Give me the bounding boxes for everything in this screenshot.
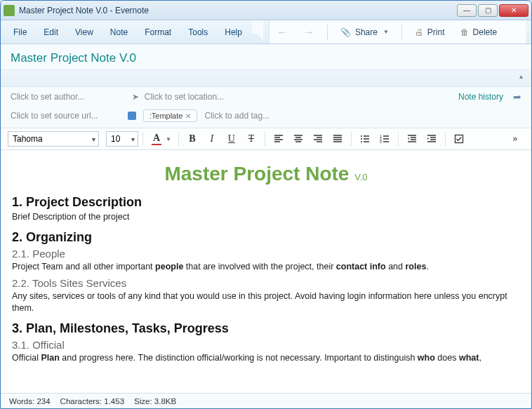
close-button[interactable]: ✕ <box>499 4 528 17</box>
align-right-button[interactable] <box>309 131 327 147</box>
remove-tag-icon[interactable]: ✕ <box>185 112 191 120</box>
section-2-1-heading: 2.1. People <box>12 248 520 260</box>
maximize-button[interactable]: ▢ <box>478 4 498 17</box>
metadata-row-1: Click to set author... ➤ Click to set lo… <box>1 87 531 107</box>
delete-button[interactable]: 🗑 Delete <box>458 26 500 39</box>
section-3-heading: 3. Plan, Milestones, Tasks, Progress <box>12 321 520 336</box>
body-version: V.0 <box>354 172 367 182</box>
section-3-1-text: Official Plan and progress here. The dis… <box>12 352 520 364</box>
toolbar-separator <box>327 25 328 40</box>
underline-button[interactable]: U <box>222 131 241 147</box>
section-2-heading: 2. Organizing <box>12 230 520 245</box>
collapse-bar: ▴ <box>1 70 531 87</box>
nav-back-button[interactable]: ← <box>274 26 291 39</box>
font-size-value: 10 <box>111 134 120 144</box>
trash-icon: 🗑 <box>460 27 469 37</box>
menubar-divider <box>252 20 263 44</box>
paperclip-icon: 📎 <box>340 27 351 37</box>
location-placeholder: Click to set location... <box>145 92 224 102</box>
app-icon <box>4 5 15 16</box>
menu-note[interactable]: Note <box>103 25 135 40</box>
menubar: File Edit View Note Format Tools Help ← … <box>1 20 531 44</box>
svg-point-2 <box>361 141 362 142</box>
share-forward-icon[interactable]: ➦ <box>513 91 521 102</box>
align-justify-button[interactable] <box>328 131 347 147</box>
section-2-2-heading: 2.2. Tools Sites Services <box>12 277 520 289</box>
nav-forward-button[interactable]: → <box>300 26 317 39</box>
note-editor[interactable]: Master Project Note V.0 1. Project Descr… <box>1 150 531 393</box>
delete-label: Delete <box>473 27 498 37</box>
outdent-button[interactable] <box>403 131 421 147</box>
location-field[interactable]: ➤ Click to set location... <box>132 92 224 102</box>
section-1-heading: 1. Project Description <box>12 195 520 210</box>
titlebar[interactable]: Master Project Note V.0 - Evernote — ▢ ✕ <box>1 1 531 20</box>
status-size: Size: 3.8KB <box>134 397 176 405</box>
section-2-2-text: Any sites, services or tools of any kind… <box>12 290 520 314</box>
author-field[interactable]: Click to set author... <box>11 92 84 102</box>
chevron-down-icon: ▼ <box>383 29 389 35</box>
align-left-button[interactable] <box>270 131 288 147</box>
format-toolbar: Tahoma 10 A ▼ B I U T 123 <box>1 128 531 150</box>
menu-help[interactable]: Help <box>218 25 249 40</box>
italic-button[interactable]: I <box>203 131 221 147</box>
printer-icon: 🖨 <box>415 27 423 37</box>
share-button[interactable]: 📎 Share ▼ <box>338 26 392 39</box>
more-formatting-button[interactable]: » <box>506 131 524 147</box>
add-tag-field[interactable]: Click to add tag... <box>204 111 270 121</box>
note-history-link[interactable]: Note history <box>458 92 503 102</box>
bullet-list-button[interactable] <box>356 131 374 147</box>
tag-template[interactable]: :Template ✕ <box>143 109 198 122</box>
chevron-down-icon[interactable]: ▼ <box>166 136 174 142</box>
print-button[interactable]: 🖨 Print <box>412 26 448 39</box>
section-1-text: Brief Description of the project <box>12 211 520 223</box>
section-3-1-heading: 3.1. Official <box>12 339 520 351</box>
menu-view[interactable]: View <box>68 25 100 40</box>
metadata-row-2: Click to set source url... :Template ✕ C… <box>1 107 531 128</box>
note-title[interactable]: Master Project Note V.0 <box>11 51 521 65</box>
minimize-button[interactable]: — <box>457 4 477 17</box>
window-title: Master Project Note V.0 - Evernote <box>19 6 457 15</box>
app-window: Master Project Note V.0 - Evernote — ▢ ✕… <box>0 0 532 409</box>
numbered-list-button[interactable]: 123 <box>375 131 394 147</box>
source-url-field[interactable]: Click to set source url... <box>11 111 98 121</box>
font-family-select[interactable]: Tahoma <box>8 131 99 147</box>
status-characters: Characters: 1.453 <box>60 397 124 405</box>
menu-format[interactable]: Format <box>138 25 178 40</box>
status-words: Words: 234 <box>9 397 51 405</box>
font-size-select[interactable]: 10 <box>106 131 138 147</box>
align-center-button[interactable] <box>289 131 307 147</box>
status-bar: Words: 234 Characters: 1.453 Size: 3.8KB <box>1 393 531 408</box>
toolbar-separator <box>401 25 402 40</box>
location-icon: ➤ <box>132 92 139 102</box>
menu-edit[interactable]: Edit <box>36 25 65 40</box>
font-family-value: Tahoma <box>13 134 43 144</box>
tag-label: :Template <box>149 112 183 120</box>
svg-point-1 <box>361 138 362 140</box>
svg-text:3: 3 <box>380 140 382 144</box>
body-title-text: Master Project Note <box>164 163 349 185</box>
svg-point-0 <box>361 135 362 137</box>
menu-file[interactable]: File <box>6 25 34 40</box>
note-title-bar: Master Project Note V.0 <box>1 44 531 70</box>
checkbox-button[interactable] <box>450 131 468 147</box>
strikethrough-button[interactable]: T <box>242 131 260 147</box>
font-color-button[interactable]: A <box>147 131 166 147</box>
section-2-1-text: Project Team and all other important peo… <box>12 261 520 273</box>
collapse-metadata-button[interactable]: ▴ <box>519 72 523 80</box>
print-label: Print <box>427 27 445 37</box>
body-title: Master Project Note V.0 <box>12 163 520 185</box>
share-label: Share <box>355 27 378 37</box>
tag-color-button[interactable] <box>128 112 136 120</box>
bold-button[interactable]: B <box>183 131 201 147</box>
menu-tools[interactable]: Tools <box>181 25 215 40</box>
indent-button[interactable] <box>423 131 441 147</box>
